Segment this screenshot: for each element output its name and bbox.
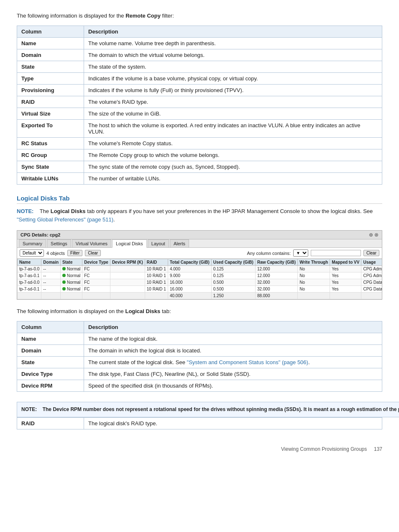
cpg-cell: -- xyxy=(41,286,61,293)
ld-table-row: StateThe current state of the logical di… xyxy=(17,357,382,368)
cpg-window-icons: ⊕ ⊗ xyxy=(369,232,379,238)
rc-desc-cell: The number of writable LUNs. xyxy=(84,173,382,185)
cpg-objects-count: 4 objects xyxy=(46,251,65,256)
ld-table-row: Device RPMSpeed of the specified disk (i… xyxy=(17,380,382,392)
cpg-data-row: tp-7-as-0.1--NormalFC10 RAID 19.0000.125… xyxy=(18,272,382,279)
ld-col-cell: Device Type xyxy=(17,368,84,380)
rc-col-cell: RC Status xyxy=(17,138,84,149)
cpg-cell: Yes xyxy=(330,279,361,286)
cpg-any-col-label: Any column contains: xyxy=(247,251,291,256)
cpg-col-total-capacity-gib-: Total Capacity (GiB) xyxy=(168,259,211,266)
cpg-cell: Yes xyxy=(330,272,361,279)
ld-col-cell: Name xyxy=(17,333,84,345)
cpg-cell: Normal xyxy=(61,272,82,279)
cpg-toolbar: Default 4 objects Filter Clear Any colum… xyxy=(17,248,382,259)
cpg-cell: No xyxy=(298,272,330,279)
cpg-col-usage: Usage xyxy=(361,259,382,266)
cpg-tab-settings[interactable]: Settings xyxy=(47,239,71,247)
rc-desc-cell: The volume name. Volume tree depth in pa… xyxy=(84,38,382,49)
rc-col-cell: Domain xyxy=(17,49,84,61)
status-dot-icon xyxy=(62,267,66,270)
cpg-cell: No xyxy=(298,279,330,286)
cpg-total-cell xyxy=(61,293,82,299)
cpg-filter-type-select[interactable]: ▼ xyxy=(293,249,308,257)
cpg-cell: 12.000 xyxy=(255,272,297,279)
cpg-cell: FC xyxy=(82,286,110,293)
cpg-cell: 16.000 xyxy=(168,279,211,286)
note1-label: NOTE: xyxy=(17,208,33,214)
cpg-search-input[interactable] xyxy=(311,250,361,256)
remote-copy-intro: The following information is displayed f… xyxy=(17,13,382,19)
cpg-total-cell xyxy=(330,293,361,299)
cpg-totals-row: 40.0001.25088.000 xyxy=(18,293,382,299)
cpg-cell: FC xyxy=(82,272,110,279)
rc-desc-cell: The state of the system. xyxy=(84,61,382,73)
cpg-default-select[interactable]: Default xyxy=(20,249,44,257)
cpg-col-raid: RAID xyxy=(145,259,168,266)
page-footer: Viewing Common Provisioning Groups 137 xyxy=(17,446,382,452)
cpg-details-window: CPG Details: cpg2 ⊕ ⊗ SummarySettingsVir… xyxy=(17,230,382,300)
status-dot-icon xyxy=(62,274,66,277)
cpg-cell: FC xyxy=(82,279,110,286)
cpg-cell: tp-7-as-0.1 xyxy=(18,272,41,279)
note1-link[interactable]: "Setting Global Preferences" (page 511) xyxy=(17,216,113,223)
cpg-cell: No xyxy=(298,286,330,293)
cpg-cell: tp-7-as-0.0 xyxy=(18,266,41,272)
cpg-cell: CPG Data xyxy=(361,286,382,293)
cpg-tab-alerts[interactable]: Alerts xyxy=(170,239,189,247)
cpg-cell: 4.000 xyxy=(168,266,211,272)
cpg-cell: 10 RAID 1 xyxy=(145,279,168,286)
cpg-cell: Normal xyxy=(61,286,82,293)
cpg-cell: Yes xyxy=(330,266,361,272)
cpg-col-device-type: Device Type xyxy=(82,259,110,266)
cpg-cell: FC xyxy=(82,266,110,272)
cpg-toolbar-right: Any column contains: ▼ Clear xyxy=(247,249,379,257)
rc-col-cell: Sync State xyxy=(17,161,84,173)
rc-desc-cell: The host to which the volume is exported… xyxy=(84,120,382,138)
ld-table-row: NameThe name of the logical disk. xyxy=(17,333,382,345)
status-dot-icon xyxy=(62,287,66,290)
cpg-cell: 16.000 xyxy=(168,286,211,293)
cpg-tab-summary[interactable]: Summary xyxy=(19,239,46,247)
note1-bold: Logical Disks xyxy=(51,208,86,214)
ld-desc-cell: The current state of the logical disk. S… xyxy=(84,357,382,368)
note2-rest: number does not represent a rotational s… xyxy=(83,406,399,412)
cpg-tab-layout[interactable]: Layout xyxy=(148,239,169,247)
cpg-tab-virtual-volumes[interactable]: Virtual Volumes xyxy=(72,239,111,247)
cpg-cell xyxy=(110,266,145,272)
cpg-cell: tp-7-sd-0.1 xyxy=(18,286,41,293)
footer-label: Viewing Common Provisioning Groups xyxy=(281,446,367,452)
cpg-cell: 10 RAID 1 xyxy=(145,286,168,293)
note2-table: NOTE: The Device RPM number does not rep… xyxy=(17,402,399,417)
ld-tab-label-bold: Logical Disks xyxy=(125,308,160,314)
cpg-search-clear-btn[interactable]: Clear xyxy=(363,250,379,256)
cpg-total-cell xyxy=(145,293,168,299)
cpg-filter-btn[interactable]: Filter xyxy=(67,250,82,256)
ld-raid-desc-cell: The logical disk's RAID type. xyxy=(84,417,382,429)
cpg-tab-logical-disks[interactable]: Logical Disks xyxy=(112,239,147,248)
cpg-cell xyxy=(110,279,145,286)
cpg-cell: 32.000 xyxy=(255,286,297,293)
filter-label-bold: Remote Copy xyxy=(125,13,161,19)
cpg-col-device-rpm-k-: Device RPM (K) xyxy=(110,259,145,266)
cpg-cell: 32.000 xyxy=(255,279,297,286)
ld-desc-link[interactable]: "System and Component Status Icons" (pag… xyxy=(187,359,308,365)
cpg-cell: tp-7-sd-0.0 xyxy=(18,279,41,286)
rc-col-cell: Writable LUNs xyxy=(17,173,84,185)
ld-desc-cell: The name of the logical disk. xyxy=(84,333,382,345)
cpg-cell: 9.000 xyxy=(168,272,211,279)
rc-desc-cell: The size of the volume in GiB. xyxy=(84,108,382,120)
cpg-title: CPG Details: cpg2 xyxy=(20,232,60,237)
rc-col-cell: RC Group xyxy=(17,149,84,161)
ld-desc-cell: The disk type, Fast Class (FC), Nearline… xyxy=(84,368,382,380)
cpg-cell: Normal xyxy=(61,266,82,272)
ld-desc-cell: The domain in which the logical disk is … xyxy=(84,345,382,357)
rc-desc-cell: The Remote Copy group to which the volum… xyxy=(84,149,382,161)
cpg-cell: 0.500 xyxy=(211,286,255,293)
cpg-total-cell xyxy=(18,293,41,299)
logical-disks-table: Column Description NameThe name of the l… xyxy=(17,321,382,392)
cpg-cell: 10 RAID 1 xyxy=(145,272,168,279)
cpg-clear-btn[interactable]: Clear xyxy=(85,250,101,256)
cpg-toolbar-left: Default 4 objects Filter Clear xyxy=(20,249,101,257)
cpg-total-cell xyxy=(82,293,110,299)
